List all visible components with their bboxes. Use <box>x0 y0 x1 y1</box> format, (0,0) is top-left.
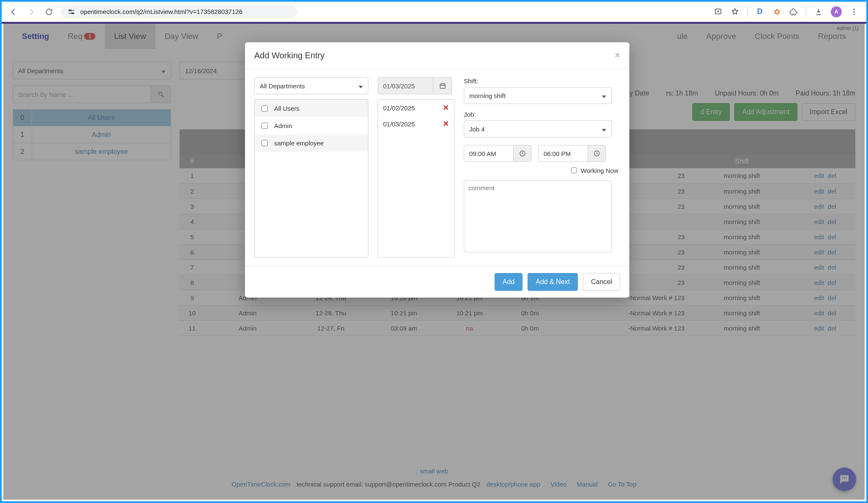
comment-textarea[interactable] <box>464 180 612 252</box>
modal-title: Add Working Entry <box>254 51 324 60</box>
url-text: opentimeclock.com/q2/mListview.html?v=17… <box>80 8 242 15</box>
job-value: Job 4 <box>469 126 485 133</box>
remove-date-icon[interactable]: ✕ <box>443 119 449 128</box>
time-in-field[interactable]: 09:00 AM <box>464 145 531 162</box>
modal-col-details: Shift: morning shift Job: Job 4 09:00 AM… <box>464 77 620 257</box>
time-out-field[interactable]: 06:00 PM <box>538 145 606 162</box>
calendar-icon[interactable] <box>433 77 452 94</box>
address-bar[interactable]: opentimeclock.com/q2/mListview.html?v=17… <box>61 5 297 18</box>
remove-date-icon[interactable]: ✕ <box>443 103 449 112</box>
modal-user-item[interactable]: Admin <box>255 117 368 134</box>
separator <box>747 7 748 16</box>
svg-point-6 <box>853 11 854 12</box>
date-text: 01/03/2025 <box>383 120 415 128</box>
user-checkbox[interactable] <box>261 105 268 112</box>
bookmark-star-icon[interactable] <box>730 7 740 16</box>
time-out-value[interactable]: 06:00 PM <box>538 145 588 162</box>
profile-avatar[interactable]: A <box>831 6 842 17</box>
install-icon[interactable] <box>713 7 723 16</box>
add-button[interactable]: Add <box>495 273 522 291</box>
browser-chrome: opentimeclock.com/q2/mListview.html?v=17… <box>2 2 866 22</box>
download-icon[interactable] <box>814 7 823 16</box>
modal-date-list: 01/02/2025 ✕ 01/03/2025 ✕ <box>378 99 454 257</box>
shift-label: Shift: <box>464 77 620 85</box>
clock-icon[interactable] <box>514 145 531 162</box>
extension-orange-icon[interactable]: ✿ <box>772 7 781 16</box>
modal-user-item[interactable]: All Users <box>255 100 368 117</box>
kebab-menu-icon[interactable] <box>849 7 859 16</box>
job-label: Job: <box>464 111 620 118</box>
modal-date-item: 01/03/2025 ✕ <box>378 116 454 132</box>
modal-col-dates: 01/03/2025 01/02/2025 ✕ 01/03/2025 ✕ <box>378 77 454 257</box>
shift-value: morning shift <box>469 92 506 99</box>
user-checkbox[interactable] <box>261 140 268 146</box>
add-working-entry-modal: Add Working Entry × All Departments All … <box>245 42 629 298</box>
modal-close-button[interactable]: × <box>615 50 620 61</box>
back-icon[interactable] <box>9 8 18 16</box>
modal-user-item[interactable]: sample employee <box>255 134 368 152</box>
working-now-label: Working Now <box>581 167 618 174</box>
chrome-right-icons: D ✿ A <box>713 6 859 17</box>
modal-date-input[interactable]: 01/03/2025 <box>378 77 433 94</box>
user-checkbox[interactable] <box>261 123 268 129</box>
modal-footer: Add Add & Next Cancel <box>245 266 629 298</box>
clock-icon[interactable] <box>588 145 606 162</box>
modal-header: Add Working Entry × <box>245 42 629 69</box>
chevron-down-icon <box>602 92 606 99</box>
svg-rect-13 <box>440 84 445 88</box>
modal-col-users: All Departments All Users Admin sample e… <box>254 77 368 257</box>
modal-user-list: All Users Admin sample employee <box>254 99 368 257</box>
modal-dept-dropdown[interactable]: All Departments <box>254 77 368 94</box>
working-now-checkbox[interactable] <box>571 167 577 173</box>
modal-dept-label: All Departments <box>260 82 305 90</box>
job-dropdown[interactable]: Job 4 <box>464 120 612 137</box>
modal-date-item: 01/02/2025 ✕ <box>378 100 454 116</box>
chevron-down-icon <box>359 82 363 90</box>
svg-point-5 <box>853 8 854 10</box>
chevron-down-icon <box>602 126 606 133</box>
add-next-button[interactable]: Add & Next <box>528 273 578 291</box>
reload-icon[interactable] <box>45 8 53 16</box>
nav-icon-group <box>9 8 53 16</box>
cancel-button[interactable]: Cancel <box>583 273 620 291</box>
extensions-puzzle-icon[interactable] <box>789 7 798 16</box>
modal-date-picker[interactable]: 01/03/2025 <box>378 77 454 94</box>
date-text: 01/02/2025 <box>383 104 415 112</box>
separator <box>806 7 806 16</box>
shift-dropdown[interactable]: morning shift <box>464 87 612 104</box>
site-settings-icon[interactable] <box>68 8 75 16</box>
forward-icon[interactable] <box>27 8 35 16</box>
time-in-value[interactable]: 09:00 AM <box>464 145 514 162</box>
extension-d-icon[interactable]: D <box>755 7 765 16</box>
svg-point-7 <box>853 14 854 15</box>
